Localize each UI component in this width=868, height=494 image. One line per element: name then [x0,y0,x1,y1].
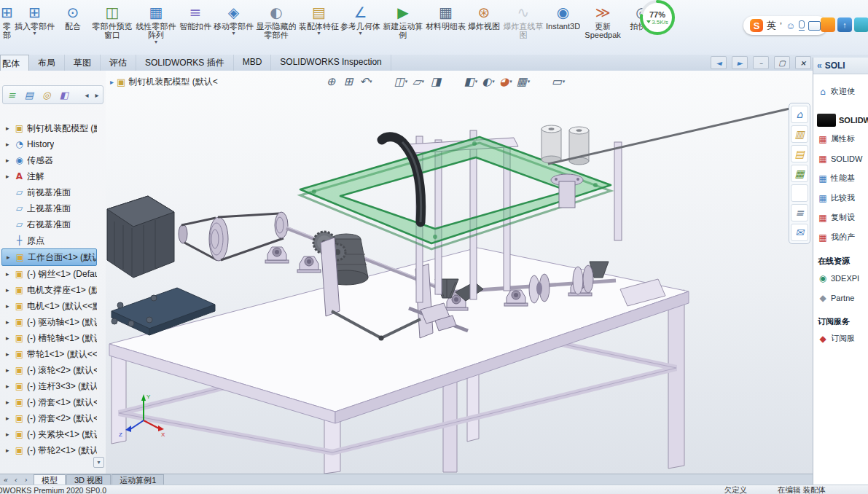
new-motion-study-button[interactable]: 新建运动算例 [381,1,425,41]
design-library-icon[interactable] [791,125,808,143]
collapse-icon[interactable]: « [817,60,822,71]
expand-arrow-icon[interactable]: ▸ [6,383,14,390]
tree-item[interactable]: ▸ (-) 驱动轴<1> (默认 [1,314,97,330]
microphone-icon[interactable] [799,20,805,31]
hide-show-items-icon[interactable]: ▾ [480,74,496,90]
resources-home-icon[interactable] [791,106,808,123]
zoom-to-area-icon[interactable] [340,74,356,90]
ime-language-indicator[interactable]: 英 [767,19,776,32]
previous-window-icon[interactable] [711,56,727,69]
task-pane-link[interactable]: 属性标 [813,129,868,149]
tree-item[interactable]: ▸ 带轮1<1> (默认<< [1,346,97,362]
zoom-to-fit-icon[interactable] [323,74,339,90]
tree-item[interactable]: ▸ 制钉机装配模型 (默认< [1,120,97,136]
3d-drawing-view-icon[interactable] [428,74,444,90]
panel-scroll-left-icon[interactable] [83,91,90,99]
task-pane-link[interactable]: 订阅服 [813,329,868,348]
command-tab[interactable]: 布局 [29,55,65,71]
breadcrumb-arrow-icon[interactable]: ▸ [110,78,114,86]
component-preview-button[interactable]: 零部件预览窗口 [90,1,134,41]
expand-arrow-icon[interactable]: ▸ [6,125,14,132]
study-tab[interactable]: 运动算例1 [112,474,164,485]
exploded-view-button[interactable]: 爆炸视图 [466,1,501,32]
task-pane-link[interactable]: 我的产 [813,227,868,247]
expand-arrow-icon[interactable]: ▸ [6,141,14,148]
instant3d-button[interactable]: Instant3D [545,1,581,32]
restore-icon[interactable] [774,56,790,69]
view-palette-icon[interactable] [791,165,808,182]
bom-button[interactable]: 材料明细表 [425,1,466,32]
motor-part[interactable] [107,196,174,278]
command-tab[interactable]: MBD [234,55,272,71]
tree-item[interactable]: ▸ (-) 连杆3<3> (默认 [1,378,97,394]
move-component-button[interactable]: 移动零部件 ▾ [213,1,254,38]
task-pane-link[interactable]: 复制设 [813,208,868,227]
assembly-features-button[interactable]: 装配体特征 ▾ [298,1,340,38]
command-tab[interactable]: 评估 [101,55,136,71]
appearances-icon[interactable] [791,184,808,202]
expand-arrow-icon[interactable]: ▸ [6,415,14,422]
clipped-left-button[interactable]: 零部件 [0,1,14,42]
insert-component-button[interactable]: 插入零部件 ▾ [14,1,55,38]
previous-view-icon[interactable]: ▾ [358,74,374,90]
featuremanager-tab[interactable] [5,88,18,101]
tree-item[interactable]: ▸ 注解 [1,168,97,184]
tree-item[interactable]: ▸ (-) 带轮2<1> (默认 [1,442,97,458]
expand-arrow-icon[interactable]: ▸ [7,254,15,261]
emoji-icon[interactable]: ☺ [786,20,795,31]
custom-properties-icon[interactable] [791,204,808,221]
sheet-scroll-first-icon[interactable] [0,476,10,484]
view-settings-icon[interactable]: ▾ [550,74,566,90]
graphics-area[interactable]: Y X Z ▸ 制钉机装配模型 (默认< [106,71,813,474]
sheet-scroll-next-icon[interactable] [20,476,31,484]
apply-scene-icon[interactable]: ▾ [515,74,531,90]
welcome-link[interactable]: 欢迎使 [813,82,868,101]
tree-item[interactable]: ▸ (-) 夹紧块<1> (默认 [1,426,97,442]
tree-item[interactable]: ▸ 前视基准面 [1,184,97,200]
tree-item[interactable]: ▸ (-) 滑套<1> (默认< [1,394,97,410]
tree-item[interactable]: ▸ 原点 [1,232,97,248]
ime-toolbox-icon[interactable] [854,17,868,32]
expand-arrow-icon[interactable]: ▸ [6,334,14,342]
explode-line-sketch-button[interactable]: 爆炸直线草图 [501,1,545,41]
tree-item[interactable]: ▸ 上视基准面 [1,200,97,216]
tree-item[interactable]: ▸ (-) 槽轮轴<1> (默认 [1,330,97,346]
tree-item[interactable]: ▸ History [1,136,97,152]
command-tab[interactable]: 配体 [0,55,29,71]
smart-fasteners-button[interactable]: 智能扣件 [178,1,213,32]
expand-arrow-icon[interactable]: ▸ [6,350,14,358]
update-speedpak-button[interactable]: 更新Speedpak [581,1,625,41]
edit-appearance-icon[interactable]: ▾ [498,74,514,90]
forum-icon[interactable] [791,224,808,241]
expand-arrow-icon[interactable]: ▸ [6,431,14,438]
annotation-views-icon[interactable]: ▾ [410,74,426,90]
expand-arrow-icon[interactable]: ▸ [6,270,14,278]
propertymanager-tab[interactable] [23,88,36,101]
task-pane-link[interactable]: 3DEXPI [813,268,868,288]
task-pane-link[interactable]: 比较我 [813,188,868,208]
close-icon[interactable] [795,56,811,69]
panel-scroll-right-icon[interactable] [93,91,101,99]
tree-item[interactable]: ▸ 传感器 [1,152,97,168]
expand-arrow-icon[interactable]: ▸ [6,318,14,326]
section-view-icon[interactable]: ▾ [393,74,409,90]
tree-item[interactable]: ▸ 工作台面<1> (默认 [1,248,97,266]
next-window-icon[interactable] [732,56,748,69]
study-tab[interactable]: 模型 [34,474,66,485]
command-tab[interactable]: 草图 [65,55,101,71]
sogou-logo-icon[interactable]: S [750,19,763,32]
configurationmanager-tab[interactable] [40,88,53,101]
reference-geometry-button[interactable]: 参考几何体 ▾ [340,1,381,38]
expand-arrow-icon[interactable]: ▸ [6,366,14,374]
tree-item[interactable]: ▸ 电机<1> (默认<<默 [1,298,97,314]
tree-scroll-down-icon[interactable]: ▾ [93,457,104,468]
network-speed-gauge[interactable]: 77% 3.5K/s [638,0,676,36]
display-style-icon[interactable]: ▾ [463,74,479,90]
mate-button[interactable]: 配合 [55,1,90,32]
ime-upload-icon[interactable]: ↑ [837,17,852,32]
ime-punctuation-indicator[interactable]: ’ [780,20,782,31]
ime-skin-icon[interactable] [821,17,835,32]
tree-item[interactable]: ▸ 电机支撑座<1> (默 [1,282,97,298]
expand-arrow-icon[interactable]: ▸ [6,173,14,180]
minimize-icon[interactable] [753,56,769,69]
